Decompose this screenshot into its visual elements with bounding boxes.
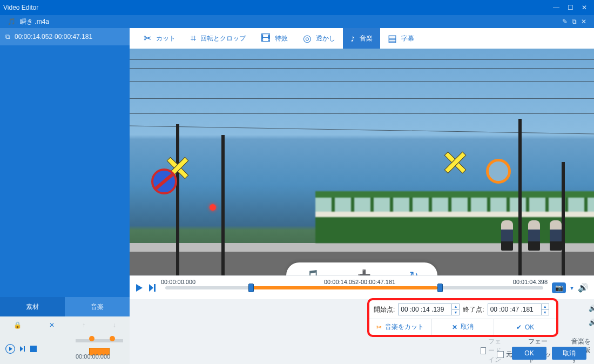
cancel-button[interactable]: 取消 <box>552 347 586 360</box>
mini-track[interactable] <box>76 339 123 342</box>
check-icon: ✔ <box>516 323 522 331</box>
preview-action-tray: 🎵 ➕ ↻ <box>286 262 437 275</box>
player-bar: 00:00:00.000 00:00:14.052-00:00:47.181 0… <box>130 275 594 299</box>
clip-icon: ⧉ <box>5 33 10 41</box>
t-start: 00:00:00.000 <box>161 279 195 285</box>
subtitle-icon: ▤ <box>388 32 397 44</box>
trim-edit-box: 開始点: ▲▼ 終了点: ▲▼ ✂音楽をカット ✕取消 ✔OK <box>367 298 558 337</box>
start-time-input[interactable] <box>399 304 451 315</box>
end-down-icon[interactable]: ▼ <box>541 309 549 315</box>
snapshot-dropdown-icon[interactable]: ▾ <box>570 284 573 292</box>
menu-effect[interactable]: 🎞特效 <box>253 28 295 49</box>
music-icon: ♪ <box>350 33 355 44</box>
tool-row: 🔒 ✕ ↑ ↓ <box>0 316 130 334</box>
volume-icon[interactable]: 🔊 <box>578 282 589 293</box>
right-panel: ✂カット ⌗回転とクロップ 🎞特效 ◎透かし ♪音楽 ▤字幕 <box>130 28 594 364</box>
checkbox-icon: ✔ <box>497 351 504 358</box>
tab-music[interactable]: 音楽 <box>65 297 130 316</box>
mini-timeline[interactable]: 00:00:00.000 00:00:13.510-00:01:17.69… <box>0 334 130 364</box>
end-label: 終了点: <box>463 305 484 314</box>
menu-music[interactable]: ♪音楽 <box>343 28 380 49</box>
minimize-button[interactable]: — <box>550 2 563 13</box>
mini-stop-icon[interactable] <box>30 346 37 352</box>
video-preview: 🎵 ➕ ↻ <box>130 49 594 275</box>
move-down-icon: ↓ <box>113 321 116 329</box>
clip-range: 00:00:14.052-00:00:47.181 <box>15 33 92 41</box>
svg-rect-3 <box>24 346 25 352</box>
end-time-input[interactable] <box>488 304 541 315</box>
svg-marker-5 <box>149 284 153 292</box>
cancel-trim-button[interactable]: ✕取消 <box>431 319 494 335</box>
cut-music-button[interactable]: ✂音楽をカット <box>369 319 431 335</box>
film-icon: 🎞 <box>261 33 271 44</box>
scissors-icon: ✂ <box>144 32 152 44</box>
left-tabs: 素材 音楽 <box>0 297 130 316</box>
handle-end[interactable] <box>437 284 443 292</box>
delete-icon[interactable]: ✕ <box>49 321 55 329</box>
audio-file-icon: 🎵 <box>8 18 16 25</box>
refresh-icon[interactable]: ↻ <box>409 269 418 275</box>
start-label: 開始点: <box>374 305 395 314</box>
snapshot-button[interactable]: 📷 <box>552 282 566 293</box>
step-button[interactable] <box>148 284 157 292</box>
ok-trim-button[interactable]: ✔OK <box>494 319 556 335</box>
progress-track[interactable]: 00:00:00.000 00:00:14.052-00:00:47.181 0… <box>165 286 543 289</box>
svg-marker-4 <box>136 284 143 292</box>
t-end: 00:01:04.398 <box>513 279 548 285</box>
play-button[interactable] <box>135 284 144 292</box>
t-range: 00:00:14.052-00:00:47.181 <box>324 279 395 285</box>
svg-marker-1 <box>9 347 12 351</box>
edit-icon[interactable]: ✎ <box>562 18 568 25</box>
mini-step-icon[interactable] <box>18 345 27 353</box>
add-music-point-icon[interactable]: 🎵 <box>306 269 319 275</box>
lock-icon[interactable]: 🔒 <box>14 321 22 329</box>
maximize-button[interactable]: ☐ <box>564 2 577 13</box>
mini-play-icon[interactable] <box>5 344 15 354</box>
svg-rect-6 <box>154 284 156 292</box>
dialog-buttons: OK 取消 <box>512 347 586 360</box>
start-down-icon[interactable]: ▼ <box>451 309 459 315</box>
move-up-icon: ↑ <box>82 321 85 329</box>
end-up-icon[interactable]: ▲ <box>541 304 549 309</box>
svg-marker-2 <box>20 346 23 352</box>
speaker-icon: 🔊 <box>589 319 594 326</box>
x-icon: ✕ <box>452 323 457 331</box>
menu-rotate-crop[interactable]: ⌗回転とクロップ <box>183 28 253 49</box>
checkbox-icon: ✔ <box>481 347 486 354</box>
speaker-icon: 🔊 <box>589 305 594 312</box>
menu-subtitle[interactable]: ▤字幕 <box>380 28 422 49</box>
titlebar: Video Editor — ☐ ✕ <box>0 0 594 15</box>
close-file-icon[interactable]: ✕ <box>581 18 586 25</box>
menu-watermark[interactable]: ◎透かし <box>295 28 343 49</box>
start-up-icon[interactable]: ▲ <box>451 304 459 309</box>
crop-icon: ⌗ <box>191 33 196 44</box>
menu-cut[interactable]: ✂カット <box>136 28 183 49</box>
start-time-spinner[interactable]: ▲▼ <box>398 304 460 315</box>
duplicate-icon[interactable]: ⧉ <box>572 18 577 25</box>
top-menu: ✂カット ⌗回転とクロップ 🎞特效 ◎透かし ♪音楽 ▤字幕 <box>130 28 594 49</box>
file-name: 瞬き .m4a <box>20 17 49 26</box>
mini-t0: 00:00:00.000 <box>76 353 110 360</box>
stamp-icon: ◎ <box>303 32 312 44</box>
handle-start[interactable] <box>248 284 254 292</box>
end-time-spinner[interactable]: ▲▼ <box>488 304 549 315</box>
ok-button[interactable]: OK <box>512 347 546 360</box>
clip-row[interactable]: ⧉ 00:00:14.052-00:00:47.181 <box>0 28 130 45</box>
add-clip-icon[interactable]: ➕ <box>357 269 371 275</box>
file-bar: 🎵 瞬き .m4a ✎ ⧉ ✕ <box>0 15 594 28</box>
close-button[interactable]: ✕ <box>578 2 591 13</box>
window-title: Video Editor <box>3 4 549 11</box>
tab-material[interactable]: 素材 <box>0 297 65 316</box>
scissors-icon: ✂ <box>376 323 382 331</box>
bottom-panel: 開始点: ▲▼ 終了点: ▲▼ ✂音楽をカット ✕取消 ✔OK <box>130 299 594 364</box>
left-panel: ⧉ 00:00:14.052-00:00:47.181 素材 音楽 🔒 ✕ ↑ … <box>0 28 130 364</box>
